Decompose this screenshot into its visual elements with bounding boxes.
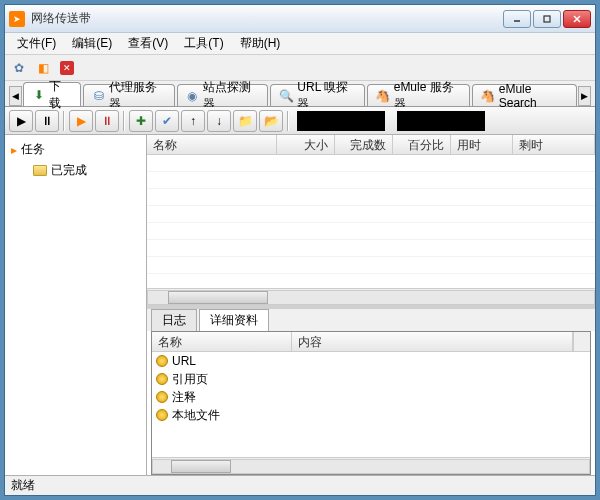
titlebar: 网络传送带	[5, 5, 595, 33]
confirm-button[interactable]: ✔	[155, 110, 179, 132]
grid-body[interactable]	[147, 155, 595, 288]
table-row	[147, 155, 595, 172]
table-row	[147, 257, 595, 274]
table-row	[147, 223, 595, 240]
bullet-icon	[156, 373, 168, 385]
list-item[interactable]: 注释	[152, 388, 590, 406]
col-remain[interactable]: 剩时	[513, 135, 595, 154]
tree-label: 任务	[21, 141, 45, 158]
pause-button[interactable]: ⏸	[35, 110, 59, 132]
list-item[interactable]: 引用页	[152, 370, 590, 388]
app-icon	[9, 11, 25, 27]
scroll-track[interactable]	[147, 290, 595, 305]
database-icon: ⛁	[92, 89, 105, 103]
status-text: 就绪	[11, 477, 35, 494]
move-down-button[interactable]: ↓	[207, 110, 231, 132]
separator	[287, 111, 289, 131]
grid-header: 名称 大小 完成数 百分比 用时 剩时	[147, 135, 595, 155]
col-name[interactable]: 名称	[152, 332, 292, 351]
pause-all-button[interactable]: ⏸	[95, 110, 119, 132]
detail-grid: 名称 内容 URL 引用页 注释 本地文件	[151, 331, 591, 475]
action-toolbar: ▶ ⏸ ▶ ⏸ ✚ ✔ ↑ ↓ 📁 📂	[5, 107, 595, 135]
col-content[interactable]: 内容	[292, 332, 573, 351]
item-label: 本地文件	[172, 407, 220, 424]
content-area: ▸ 任务 已完成 名称 大小 完成数 百分比 用时 剩时	[5, 135, 595, 475]
col-name[interactable]: 名称	[147, 135, 277, 154]
menu-tools[interactable]: 工具(T)	[178, 33, 229, 54]
item-label: 注释	[172, 389, 196, 406]
tab-label: 下载	[49, 78, 72, 112]
h-scrollbar[interactable]	[152, 457, 590, 474]
close-button[interactable]	[563, 10, 591, 28]
globe-icon: ◉	[186, 89, 199, 103]
table-row	[147, 189, 595, 206]
statusbar: 就绪	[5, 475, 595, 495]
table-row	[147, 206, 595, 223]
lower-tabbar: 日志 详细资料	[147, 309, 595, 331]
menu-help[interactable]: 帮助(H)	[234, 33, 287, 54]
add-button[interactable]: ✚	[129, 110, 153, 132]
options-icon[interactable]: ◧	[33, 58, 53, 78]
tab-detail[interactable]: 详细资料	[199, 309, 269, 331]
settings-icon[interactable]: ✿	[9, 58, 29, 78]
tab-proxy[interactable]: ⛁ 代理服务器	[83, 84, 175, 106]
folder-icon	[33, 165, 47, 176]
tab-log[interactable]: 日志	[151, 309, 197, 331]
menu-edit[interactable]: 编辑(E)	[66, 33, 118, 54]
sidebar: ▸ 任务 已完成	[5, 135, 147, 475]
minimize-button[interactable]	[503, 10, 531, 28]
v-scrollbar[interactable]	[573, 332, 590, 351]
window-title: 网络传送带	[31, 10, 503, 27]
list-item[interactable]: URL	[152, 352, 590, 370]
col-done-count[interactable]: 完成数	[335, 135, 393, 154]
browse-button[interactable]: 📂	[259, 110, 283, 132]
col-size[interactable]: 大小	[277, 135, 335, 154]
scroll-thumb[interactable]	[168, 291, 268, 304]
delete-icon[interactable]: ✕	[57, 58, 77, 78]
menu-view[interactable]: 查看(V)	[122, 33, 174, 54]
arrow-icon: ▸	[11, 143, 17, 157]
open-folder-button[interactable]: 📁	[233, 110, 257, 132]
play-all-button[interactable]: ▶	[69, 110, 93, 132]
scroll-track[interactable]	[152, 459, 590, 474]
maximize-button[interactable]	[533, 10, 561, 28]
tree-label: 已完成	[51, 162, 87, 179]
tab-emule-server[interactable]: 🐴 eMule 服务器	[367, 84, 470, 106]
table-row	[147, 172, 595, 189]
table-row	[147, 274, 595, 288]
tab-site-detector[interactable]: ◉ 站点探测器	[177, 84, 269, 106]
col-time[interactable]: 用时	[451, 135, 513, 154]
menu-file[interactable]: 文件(F)	[11, 33, 62, 54]
menubar: 文件(F) 编辑(E) 查看(V) 工具(T) 帮助(H)	[5, 33, 595, 55]
tab-download[interactable]: ⬇ 下载	[23, 82, 81, 106]
tab-label: eMule Search	[499, 82, 568, 110]
tab-url-sniffer[interactable]: 🔍 URL 嗅探器	[270, 84, 364, 106]
h-scrollbar[interactable]	[147, 288, 595, 305]
scroll-thumb[interactable]	[171, 460, 231, 473]
separator	[63, 111, 65, 131]
move-up-button[interactable]: ↑	[181, 110, 205, 132]
task-tree[interactable]: ▸ 任务 已完成	[5, 135, 146, 475]
tabbar: ◀ ⬇ 下载 ⛁ 代理服务器 ◉ 站点探测器 🔍 URL 嗅探器 🐴 eMule…	[5, 81, 595, 107]
svg-rect-1	[544, 16, 550, 22]
bullet-icon	[156, 355, 168, 367]
tab-emule-search[interactable]: 🐴 eMule Search	[472, 84, 577, 106]
detail-body[interactable]: URL 引用页 注释 本地文件	[152, 352, 590, 457]
bullet-icon	[156, 409, 168, 421]
tree-completed[interactable]: 已完成	[31, 160, 142, 181]
detail-header: 名称 内容	[152, 332, 590, 352]
download-icon: ⬇	[32, 88, 45, 102]
list-item[interactable]: 本地文件	[152, 406, 590, 424]
tab-scroll-right[interactable]: ▶	[578, 86, 591, 106]
main-panel: 名称 大小 完成数 百分比 用时 剩时	[147, 135, 595, 475]
tree-root[interactable]: ▸ 任务	[9, 139, 142, 160]
icon-toolbar: ✿ ◧ ✕	[5, 55, 595, 81]
app-window: 网络传送带 文件(F) 编辑(E) 查看(V) 工具(T) 帮助(H) ✿ ◧ …	[4, 4, 596, 496]
tab-scroll-left[interactable]: ◀	[9, 86, 22, 106]
col-percent[interactable]: 百分比	[393, 135, 451, 154]
search-icon: 🔍	[279, 89, 293, 103]
bullet-icon	[156, 391, 168, 403]
status-display	[297, 111, 385, 131]
play-button[interactable]: ▶	[9, 110, 33, 132]
separator	[123, 111, 125, 131]
